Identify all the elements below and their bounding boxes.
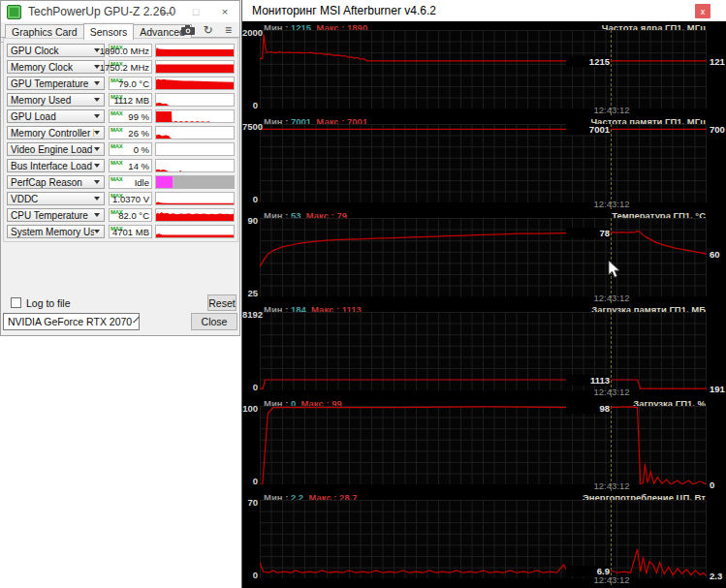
current-value-label: 98 [566,403,611,414]
close-window-icon[interactable]: × [210,1,239,22]
sensor-select[interactable]: VDDC [7,192,105,205]
timestamp-label: 12:43:12 [584,105,640,115]
plot-area [260,500,707,578]
sensor-value-text: 4701 MB [112,227,149,237]
sensor-select[interactable]: PerfCap Reason [7,175,105,189]
afterburner-window-title: Мониторинг MSI Afterburner v4.6.2 [252,4,436,17]
chevron-down-icon [94,230,100,233]
sensor-value-text: 1890.0 MHz [100,46,149,56]
sensor-select[interactable]: CPU Temperature [7,208,105,222]
sensor-value: MAX82.0 °C [109,208,152,222]
timestamp-label: 12:43:12 [584,293,640,303]
chevron-down-icon [94,98,100,102]
sensor-select[interactable]: Memory Used [7,93,105,107]
sensor-name: Memory Used [11,95,94,106]
chevron-down-icon [94,180,100,184]
sensor-value: MAX0 % [109,142,152,156]
sensor-row: Memory Controller LoadMAX26 % [7,126,235,139]
sensor-value: MAX14 % [109,159,152,172]
maximize-button: □ [181,1,210,22]
sensor-value-text: Idle [135,177,149,188]
refresh-icon[interactable]: ↻ [201,24,215,36]
sensor-value: MAX4701 MB [109,225,152,238]
menu-icon[interactable]: ≡ [221,24,236,36]
sensor-history-graph [155,192,235,205]
sensor-history-graph [155,208,235,222]
graph-block: Мин : 53 Макс : 79Температура ГП1, °C902… [242,211,725,305]
sensor-select[interactable]: Bus Interface Load [7,159,105,172]
sensor-history-graph [155,93,235,107]
max-tag: MAX [110,143,122,149]
chevron-down-icon [134,317,140,323]
sensor-select[interactable]: Video Engine Load [7,142,105,156]
end-value-label: 0 [710,480,714,490]
gpu-memory-usage-line [260,312,707,390]
plot-area [260,406,707,484]
reset-button[interactable]: Reset [207,294,237,311]
sensor-select[interactable]: GPU Clock [7,44,105,57]
current-value-label: 1215 [566,56,611,67]
sensor-value-text: 1.0370 V [112,194,149,204]
sensor-history-graph [155,77,235,90]
plot-area [260,312,707,390]
sensor-name: GPU Temperature [11,78,94,89]
gpu-usage-line [260,406,707,484]
sensor-select[interactable]: Memory Controller Load [7,126,105,139]
graph-block: Мин : 2.2 Макс : 28.7Энергопотребление Ц… [242,493,725,587]
sensor-value: MAX79.0 °C [109,77,152,90]
gpu-selector-dropdown[interactable]: NVIDIA GeForce RTX 2070 [3,313,140,330]
sensor-name: CPU Temperature [11,210,94,221]
sensor-name: PerfCap Reason [11,177,94,188]
gpu-memory-clock-line [260,124,707,202]
close-window-icon[interactable]: x [695,4,710,18]
sensor-row: Memory ClockMAX1750.2 MHz [7,60,235,74]
sensor-name: GPU Load [11,111,94,122]
sensor-value-text: 26 % [128,128,149,139]
tab-sensors[interactable]: Sensors [83,23,135,40]
y-axis-min-label: 0 [242,100,258,110]
sensor-value: MAX1890.0 MHz [109,44,152,57]
sensor-select[interactable]: GPU Load [7,109,105,123]
sensor-history-graph [155,175,235,189]
chevron-down-icon [94,164,100,168]
sensor-value-text: 14 % [128,161,149,171]
cpu-power-line [260,500,707,578]
gpuz-tabbar: Graphics CardSensorsAdvancedValidation ↻… [1,22,239,38]
sensor-select[interactable]: System Memory Used [7,225,105,238]
gpuz-bottom-bar: NVIDIA GeForce RTX 2070 Close [1,313,239,332]
y-axis-min-label: 0 [242,382,258,392]
chevron-down-icon [94,131,100,135]
camera-icon[interactable] [180,24,195,36]
gpuz-logo-icon [7,5,21,19]
sensor-value-text: 79.0 °C [118,78,149,89]
chevron-down-icon [94,147,100,151]
sensor-value-text: 99 % [128,111,149,122]
chevron-down-icon [94,213,100,217]
y-axis-min-label: 0 [242,570,258,580]
log-to-file-checkbox[interactable] [11,297,21,308]
sensor-history-graph [155,225,235,238]
sensor-name: Memory Controller Load [11,128,94,139]
close-button[interactable]: Close [191,313,237,330]
sensor-value-text: 1750.2 MHz [100,62,149,73]
y-axis-max-label: 8192 [242,309,258,320]
y-axis-min-label: 25 [242,288,258,298]
sensor-select[interactable]: Memory Clock [7,60,105,74]
sensor-row: GPU ClockMAX1890.0 MHz [7,44,235,57]
tab-graphics-card[interactable]: Graphics Card [5,24,84,39]
sensor-value-text: 0 % [134,144,149,155]
timestamp-label: 12:43:12 [584,387,640,397]
current-value-label: 78 [566,228,611,238]
sensor-value: MAX26 % [109,126,152,139]
chevron-down-icon [94,114,100,118]
sensor-name: Memory Clock [11,62,94,73]
sensor-select[interactable]: GPU Temperature [7,77,105,90]
y-axis-max-label: 7500 [242,121,258,132]
sensor-history-graph [155,142,235,156]
sensor-history-graph [155,44,235,57]
minimize-button[interactable]: — [152,1,181,22]
current-value-label: 7001 [566,124,611,135]
graph-block: Мин : 184 Макс : 1113Загрузка памяти ГП1… [242,305,725,399]
y-axis-min-label: 0 [242,476,258,486]
mouse-cursor [608,260,621,279]
